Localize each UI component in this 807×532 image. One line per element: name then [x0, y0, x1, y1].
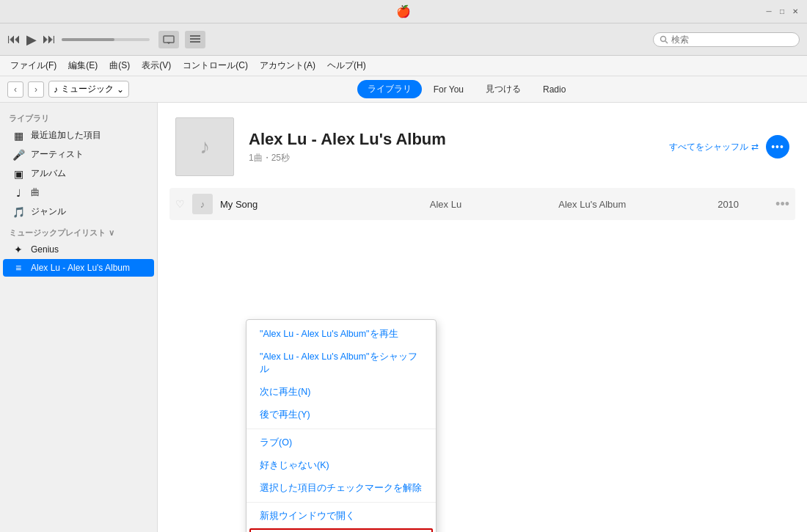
tab-library[interactable]: ライブラリ: [357, 80, 422, 98]
sidebar-item-artists[interactable]: 🎤 アーティスト: [3, 145, 154, 164]
album-header: ♪ Alex Lu - Alex Lu's Album 1曲・25秒 すべてをシ…: [158, 103, 807, 188]
back-button[interactable]: ‹: [7, 81, 23, 98]
music-note-icon: ♪: [54, 84, 58, 95]
sidebar-item-recent-label: 最近追加した項目: [31, 129, 101, 142]
album-art: ♪: [175, 117, 234, 176]
svg-point-6: [661, 36, 666, 41]
menu-bar: ファイル(F) 編集(E) 曲(S) 表示(V) コントロール(C) アカウント…: [0, 56, 807, 76]
more-button[interactable]: •••: [766, 135, 789, 158]
ctx-love[interactable]: ラブ(O): [247, 431, 436, 454]
playlist-icon: ≡: [12, 262, 25, 274]
sidebar-item-alexlu[interactable]: ≡ Alex Lu - Alex Lu's Album: [3, 259, 154, 277]
library-section-title: ライブラリ: [0, 109, 157, 125]
album-info: Alex Lu - Alex Lu's Album 1曲・25秒: [249, 130, 654, 164]
context-menu: "Alex Lu - Alex Lu's Album"を再生 "Alex Lu …: [246, 319, 437, 532]
music-selector[interactable]: ♪ ミュージック ⌄: [48, 81, 129, 98]
ctx-shuffle[interactable]: "Alex Lu - Alex Lu's Album"をシャッフル: [247, 346, 436, 381]
search-icon: [660, 35, 668, 44]
sidebar-item-albums-label: アルバム: [31, 167, 66, 180]
ctx-play[interactable]: "Alex Lu - Alex Lu's Album"を再生: [247, 323, 436, 346]
sidebar-item-genius[interactable]: ✦ Genius: [3, 241, 154, 258]
sidebar-item-alexlu-label: Alex Lu - Alex Lu's Album: [31, 263, 130, 273]
progress-bar[interactable]: [62, 38, 150, 41]
main-layout: ライブラリ ▦ 最近追加した項目 🎤 アーティスト ▣ アルバム ♩ 曲 🎵 ジ…: [0, 103, 807, 532]
sidebar-item-genres[interactable]: 🎵 ジャンル: [3, 203, 154, 221]
menu-edit[interactable]: 編集(E): [64, 57, 102, 74]
menu-view[interactable]: 表示(V): [137, 57, 175, 74]
list-view-button[interactable]: [185, 31, 205, 48]
sidebar: ライブラリ ▦ 最近追加した項目 🎤 アーティスト ▣ アルバム ♩ 曲 🎵 ジ…: [0, 103, 158, 532]
nav-bar: ‹ › ♪ ミュージック ⌄ ライブラリ For You 見つける Radio: [0, 76, 807, 103]
sidebar-item-songs[interactable]: ♩ 曲: [3, 183, 154, 202]
menu-help[interactable]: ヘルプ(H): [323, 57, 370, 74]
progress-fill: [62, 38, 114, 41]
ctx-uncheck[interactable]: 選択した項目のチェックマークを解除: [247, 477, 436, 500]
song-year: 2010: [717, 199, 768, 210]
tab-foryou[interactable]: For You: [423, 81, 474, 98]
song-note-icon: ♪: [200, 199, 205, 210]
shuffle-button[interactable]: すべてをシャッフル ⇄: [669, 141, 759, 153]
screen-icon[interactable]: [158, 31, 179, 48]
ctx-play-later[interactable]: 後で再生(Y): [247, 404, 436, 426]
tab-radio[interactable]: Radio: [533, 81, 576, 98]
sidebar-item-songs-label: 曲: [31, 186, 40, 199]
song-artist: Alex Lu: [430, 199, 551, 210]
tab-discover[interactable]: 見つける: [475, 80, 531, 98]
search-input[interactable]: [671, 34, 789, 45]
album-actions: すべてをシャッフル ⇄ •••: [669, 135, 789, 158]
content-area: ♪ Alex Lu - Alex Lu's Album 1曲・25秒 すべてをシ…: [158, 103, 807, 532]
playlist-section-title: ミュージックプレイリスト ∨: [0, 222, 157, 240]
ctx-dislike[interactable]: 好きじゃない(K): [247, 454, 436, 477]
album-art-icon: ♪: [200, 135, 210, 158]
prev-button[interactable]: ⏮: [7, 32, 21, 47]
song-list: ♡ ♪ My Song Alex Lu Alex Lu's Album 2010…: [158, 188, 807, 220]
more-icon: •••: [771, 141, 784, 153]
heart-icon[interactable]: ♡: [175, 198, 185, 210]
title-bar-center: 🍎: [396, 4, 411, 18]
svg-rect-3: [190, 35, 200, 37]
song-thumbnail: ♪: [192, 194, 213, 214]
music-selector-label: ミュージック: [61, 83, 114, 95]
maximize-button[interactable]: □: [776, 6, 788, 18]
svg-rect-5: [190, 41, 200, 43]
album-title: Alex Lu - Alex Lu's Album: [249, 130, 654, 149]
sidebar-item-genres-label: ジャンル: [31, 205, 66, 218]
genius-icon: ✦: [12, 244, 25, 255]
svg-rect-4: [190, 38, 200, 40]
forward-button[interactable]: ›: [28, 81, 44, 98]
shuffle-icon: ⇄: [751, 142, 759, 152]
minimize-button[interactable]: ─: [763, 6, 775, 18]
ctx-play-next[interactable]: 次に再生(N): [247, 381, 436, 404]
next-button[interactable]: ⏭: [43, 32, 56, 47]
menu-controls[interactable]: コントロール(C): [178, 57, 252, 74]
tab-group: ライブラリ For You 見つける Radio: [357, 80, 577, 98]
song-row[interactable]: ♡ ♪ My Song Alex Lu Alex Lu's Album 2010…: [169, 188, 795, 220]
sidebar-item-artists-label: アーティスト: [31, 148, 84, 161]
title-bar: 🍎 ─ □ ✕: [0, 0, 807, 23]
window-controls[interactable]: ─ □ ✕: [763, 6, 807, 18]
apple-logo: 🍎: [396, 4, 411, 18]
menu-file[interactable]: ファイル(F): [6, 57, 61, 74]
menu-song[interactable]: 曲(S): [105, 57, 134, 74]
screen-svg: [163, 35, 175, 44]
close-button[interactable]: ✕: [789, 6, 801, 18]
songs-icon: ♩: [12, 187, 25, 199]
ctx-burn-disc[interactable]: プレイリストからディスクを作成: [249, 528, 433, 532]
song-name: My Song: [220, 199, 423, 210]
ctx-new-window[interactable]: 新規ウインドウで開く: [247, 505, 436, 528]
search-bar[interactable]: [653, 32, 800, 47]
menu-account[interactable]: アカウント(A): [255, 57, 320, 74]
dropdown-icon: ⌄: [117, 84, 124, 95]
sidebar-item-genius-label: Genius: [31, 244, 59, 255]
genres-icon: 🎵: [12, 206, 25, 218]
sidebar-item-recent[interactable]: ▦ 最近追加した項目: [3, 126, 154, 145]
sidebar-item-albums[interactable]: ▣ アルバム: [3, 164, 154, 183]
list-view-svg: [189, 34, 201, 45]
ctx-divider-1: [247, 429, 436, 429]
svg-line-7: [665, 41, 668, 43]
ctx-divider-2: [247, 502, 436, 503]
album-meta: 1曲・25秒: [249, 152, 654, 164]
artists-icon: 🎤: [12, 149, 25, 161]
play-button[interactable]: ▶: [26, 32, 37, 48]
song-more-button[interactable]: •••: [775, 197, 789, 212]
